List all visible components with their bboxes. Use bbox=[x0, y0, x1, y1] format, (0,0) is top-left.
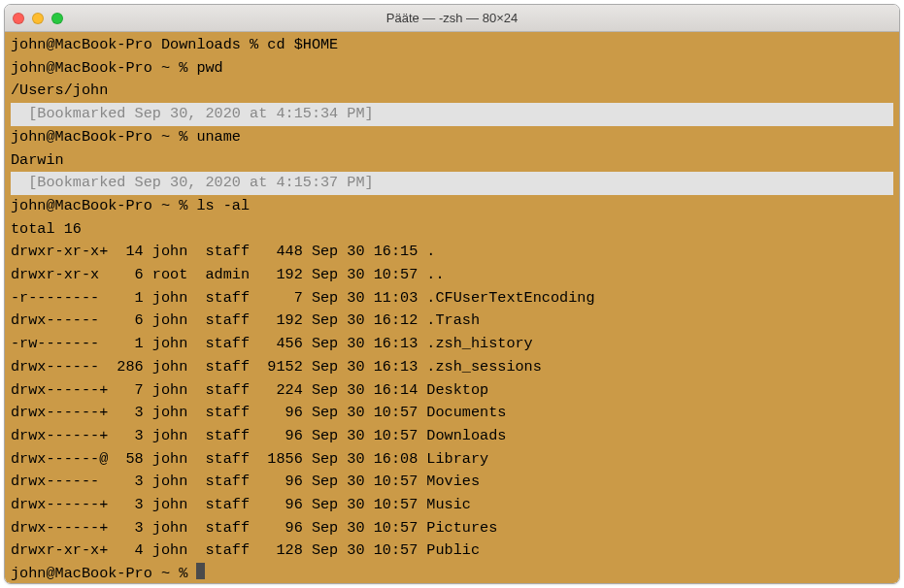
bookmark-line: [Bookmarked Sep 30, 2020 at 4:15:37 PM] bbox=[11, 172, 893, 195]
prompt-line: john@MacBook-Pro ~ % bbox=[11, 563, 893, 583]
terminal-line: john@MacBook-Pro ~ % pwd bbox=[11, 57, 893, 81]
close-icon[interactable] bbox=[13, 13, 24, 24]
terminal-line: drwx------ 3 john staff 96 Sep 30 10:57 … bbox=[11, 471, 893, 494]
terminal-line: total 16 bbox=[11, 218, 893, 242]
terminal-line: drwx------+ 7 john staff 224 Sep 30 16:1… bbox=[11, 379, 893, 403]
zoom-icon[interactable] bbox=[51, 13, 63, 24]
terminal-line: /Users/john bbox=[11, 80, 893, 103]
terminal-line: drwx------ 6 john staff 192 Sep 30 16:12… bbox=[11, 310, 893, 333]
terminal-line: john@MacBook-Pro ~ % uname bbox=[11, 126, 893, 149]
terminal-line: drwx------+ 3 john staff 96 Sep 30 10:57… bbox=[11, 517, 893, 540]
terminal-output[interactable]: john@MacBook-Pro Downloads % cd $HOMEjoh… bbox=[5, 32, 899, 583]
terminal-line: drwxr-xr-x+ 4 john staff 128 Sep 30 10:5… bbox=[11, 539, 893, 563]
terminal-line: drwx------+ 3 john staff 96 Sep 30 10:57… bbox=[11, 402, 893, 425]
cursor bbox=[196, 563, 205, 579]
terminal-line: john@MacBook-Pro ~ % ls -al bbox=[11, 195, 893, 218]
terminal-window: Pääte — -zsh — 80×24 john@MacBook-Pro Do… bbox=[4, 4, 900, 584]
traffic-lights bbox=[13, 13, 63, 24]
terminal-line: -rw------- 1 john staff 456 Sep 30 16:13… bbox=[11, 333, 893, 356]
minimize-icon[interactable] bbox=[32, 13, 44, 24]
terminal-line: drwxr-xr-x+ 14 john staff 448 Sep 30 16:… bbox=[11, 241, 893, 264]
terminal-line: -r-------- 1 john staff 7 Sep 30 11:03 .… bbox=[11, 287, 893, 310]
terminal-line: drwx------@ 58 john staff 1856 Sep 30 16… bbox=[11, 448, 893, 472]
terminal-line: drwxr-xr-x 6 root admin 192 Sep 30 10:57… bbox=[11, 264, 893, 287]
window-title: Pääte — -zsh — 80×24 bbox=[5, 11, 899, 25]
bookmark-line: [Bookmarked Sep 30, 2020 at 4:15:34 PM] bbox=[11, 103, 893, 126]
terminal-line: drwx------ 286 john staff 9152 Sep 30 16… bbox=[11, 356, 893, 379]
terminal-line: john@MacBook-Pro Downloads % cd $HOME bbox=[11, 34, 893, 57]
terminal-line: Darwin bbox=[11, 149, 893, 173]
terminal-line: drwx------+ 3 john staff 96 Sep 30 10:57… bbox=[11, 425, 893, 448]
terminal-line: drwx------+ 3 john staff 96 Sep 30 10:57… bbox=[11, 494, 893, 517]
titlebar[interactable]: Pääte — -zsh — 80×24 bbox=[5, 5, 899, 32]
